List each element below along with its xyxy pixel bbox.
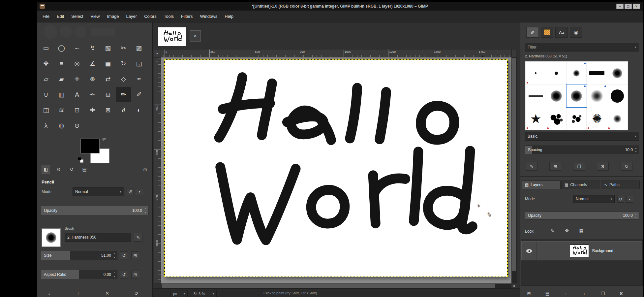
horizontal-ruler[interactable]: ▲ 02505007501000125015001750 (161, 49, 511, 57)
reset-mode-button[interactable]: ↺ (127, 188, 134, 195)
tool-fuzzy-select[interactable]: ↯ (85, 40, 100, 56)
menu-layer[interactable]: Layer (123, 11, 141, 22)
tab-paths[interactable]: ∿ Paths (601, 181, 640, 189)
raise-layer-button[interactable]: ↑ (561, 289, 570, 297)
menu-view[interactable]: View (87, 11, 104, 22)
brush-tag-select[interactable]: Basic. ▾ (525, 132, 639, 141)
tool-foreground-select[interactable]: ▨ (131, 40, 147, 56)
tool-text[interactable]: A (69, 87, 85, 102)
tool-ellipse-select[interactable]: ◯ (54, 40, 69, 56)
image-tab[interactable] (158, 27, 186, 46)
brush-edit-button[interactable]: ✎ (134, 233, 142, 242)
zoom-select[interactable]: 54.3 % ▾ (191, 290, 217, 297)
menu-windows[interactable]: Windows (196, 11, 221, 22)
brush-hardness-075[interactable] (607, 62, 628, 84)
brush-dot-tiny[interactable] (526, 62, 546, 84)
paint-mode-select[interactable]: Normal ▾ (73, 187, 124, 196)
tool-select-by-color[interactable]: ▧ (100, 40, 116, 56)
configure-tab-icon[interactable]: ⊞ (141, 166, 149, 174)
navigation-button[interactable]: ✥ (511, 283, 517, 288)
menu-edit[interactable]: Edit (53, 11, 68, 22)
tool-zoom[interactable]: ◎ (69, 56, 85, 71)
tool-paths[interactable]: λ (38, 118, 54, 133)
tool-pencil[interactable]: ✏ (116, 87, 131, 102)
close-view-button[interactable]: ✕ (190, 30, 201, 42)
menu-filters[interactable]: Filters (177, 11, 196, 22)
tool-mypaint-brush[interactable]: ω (100, 87, 116, 102)
brush-soft-small[interactable] (607, 107, 628, 130)
lower-layer-button[interactable]: ↓ (580, 289, 589, 297)
tab-channels[interactable]: ▦ Channels (561, 181, 600, 189)
layer-opacity-slider[interactable]: Opacity 100.0 (525, 211, 639, 220)
layer-mode-menu-button[interactable]: ▾ (626, 196, 633, 203)
tool-rectangle-select[interactable]: ▭ (38, 40, 54, 56)
canvas-viewport[interactable]: ✳ ✎ (161, 57, 511, 283)
tool-measure[interactable]: ∡ (85, 56, 100, 71)
reset-aspect-button[interactable]: ↺ (120, 271, 128, 279)
delete-preset-button[interactable]: ✕ (103, 289, 111, 297)
menu-help[interactable]: Help (221, 11, 237, 22)
tool-ink[interactable]: ✒ (85, 87, 100, 102)
tool-blur-sharpen[interactable]: ◍ (54, 118, 69, 133)
brush-hardness-025[interactable] (567, 62, 587, 84)
images-tab[interactable]: ▤ (80, 165, 89, 174)
layer-thumbnail[interactable] (570, 245, 589, 257)
opacity-slider[interactable]: Opacity 100.0 (41, 206, 148, 215)
brushes-tab[interactable]: ✐ (526, 27, 539, 38)
tool-perspective[interactable]: ▰ (54, 71, 69, 87)
device-status-tab[interactable]: ⊚ (54, 165, 63, 174)
tool-scissors-select[interactable]: ✂ (116, 40, 131, 56)
wilber-tab[interactable]: ◉ (570, 27, 582, 38)
mode-menu-button[interactable]: ▾ (136, 188, 143, 195)
aspect-link-button[interactable]: ⊞ (131, 271, 139, 279)
brush-line[interactable] (526, 84, 546, 107)
brush-star[interactable] (526, 107, 546, 130)
brush-hardness-050-selected[interactable] (567, 84, 587, 107)
tool-free-select[interactable]: ∽ (69, 40, 85, 56)
reset-preset-button[interactable]: ↺ (132, 289, 140, 297)
lock-position-button[interactable]: ✥ (563, 226, 571, 235)
tool-crop[interactable]: ▦ (100, 56, 116, 71)
tool-gradient[interactable]: ▥ (54, 87, 69, 102)
menu-image[interactable]: Image (103, 11, 122, 22)
tab-layers[interactable]: ▤ Layers (522, 181, 561, 189)
duplicate-brush-button[interactable]: ❐ (573, 162, 585, 171)
unit-select[interactable]: px ▾ (170, 290, 188, 297)
new-layer-button[interactable]: ⊞ (524, 289, 534, 297)
canvas[interactable]: ✳ ✎ (164, 59, 508, 277)
restore-preset-button[interactable]: ↑ (74, 289, 82, 297)
new-group-button[interactable]: ▤ (543, 289, 552, 297)
save-preset-button[interactable]: ↓ (45, 289, 53, 297)
brush-round-hard[interactable] (607, 84, 628, 107)
brush-splatter-2[interactable] (567, 107, 587, 130)
tool-options-tab[interactable]: ◧ (42, 165, 50, 174)
tool-heal[interactable]: ✚ (85, 102, 100, 118)
fonts-tab[interactable]: Aa (555, 27, 568, 38)
ruler-corner-button[interactable]: ▶ (154, 49, 161, 57)
brush-filter-input[interactable]: Filter ▾ (525, 43, 639, 51)
minimize-button[interactable]: – (616, 4, 624, 9)
scrollbar-thumb[interactable] (512, 58, 516, 271)
patterns-tab[interactable] (541, 27, 553, 38)
menu-colors[interactable]: Colors (140, 11, 160, 22)
aspect-ratio-slider[interactable]: Aspect Ratio 0.00 (41, 270, 117, 279)
brush-dot-small[interactable] (546, 62, 567, 84)
delete-brush-button[interactable]: ✖ (597, 162, 609, 171)
refresh-brushes-button[interactable]: ↻ (621, 162, 632, 171)
tool-bucket-fill[interactable]: ∪ (38, 87, 54, 102)
spinner-arrows-icon[interactable] (112, 251, 116, 259)
default-colors-icon[interactable] (78, 157, 85, 164)
tool-cage-transform[interactable]: ◇ (116, 71, 131, 87)
tool-airbrush[interactable]: ≋ (54, 102, 69, 118)
layer-mode-select[interactable]: Normal ▾ (573, 195, 615, 203)
spinner-arrows-icon[interactable] (634, 212, 638, 219)
scrollbar-thumb[interactable] (162, 284, 495, 288)
brush-block[interactable] (587, 62, 607, 84)
brush-soft-medium[interactable] (546, 84, 567, 107)
swap-colors-icon[interactable]: ⇄ (102, 137, 106, 142)
tool-clone[interactable]: ⊡ (69, 102, 85, 118)
size-link-button[interactable]: ⊞ (131, 251, 139, 259)
tool-flip[interactable]: ⇄ (100, 71, 116, 87)
new-brush-button[interactable]: ⊞ (549, 162, 561, 171)
menu-tools[interactable]: Tools (160, 11, 177, 22)
